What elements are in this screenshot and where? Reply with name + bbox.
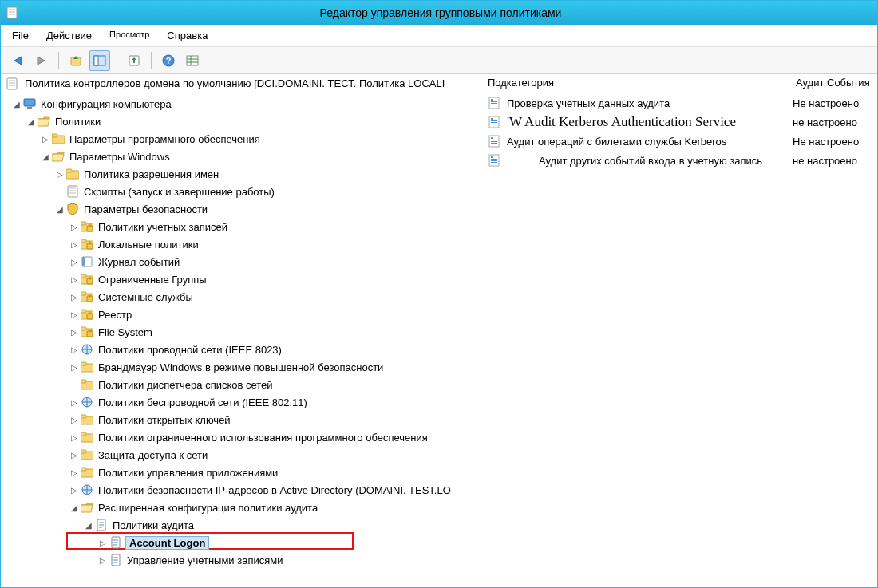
folder-icon: [81, 431, 93, 444]
tree-pane-icon: [93, 54, 106, 67]
list[interactable]: Проверка учетных данных аудита Не настро…: [481, 93, 877, 587]
tree-item[interactable]: ◢Параметры Windows: [1, 148, 481, 165]
app-window: Редактор управления групповыми политикам…: [0, 0, 878, 588]
menu-file[interactable]: File: [9, 28, 32, 43]
tree-header-label: Политика контроллеров домена по умолчани…: [25, 77, 445, 89]
list-row[interactable]: Проверка учетных данных аудита Не настро…: [481, 93, 877, 112]
tree-item[interactable]: ▷Политики учетных записей: [1, 218, 481, 235]
expand-icon[interactable]: ▷: [69, 275, 79, 284]
menu-view[interactable]: Просмотр: [106, 28, 152, 43]
expand-icon[interactable]: ▷: [55, 170, 65, 179]
expand-icon[interactable]: ▷: [69, 293, 79, 302]
list-row[interactable]: 'W Audit Kerberos Authentication Service…: [481, 112, 877, 132]
export-button[interactable]: [124, 50, 144, 71]
tree-item[interactable]: ▷Журнал событий: [1, 253, 481, 270]
book-icon: [81, 255, 93, 268]
expand-icon[interactable]: ▷: [69, 416, 79, 424]
doc-icon: [95, 519, 108, 531]
expand-icon[interactable]: ▷: [69, 345, 79, 354]
tree-item[interactable]: ▷Защита доступа к сети: [1, 446, 481, 464]
tree-item[interactable]: ▷Управление учетными записями: [1, 551, 481, 569]
tree-item[interactable]: ▷Политики беспроводной сети (IEEE 802.11…: [1, 393, 481, 411]
menu-help[interactable]: Справка: [164, 28, 211, 43]
tree-item[interactable]: ▷Политики открытых ключей: [1, 411, 481, 428]
collapse-icon[interactable]: ◢: [12, 100, 22, 109]
folder-icon: [52, 132, 65, 145]
tree-item-advaudit[interactable]: ◢Расширенная конфигурация политики аудит…: [1, 499, 481, 516]
tree-item[interactable]: ▷Реестр: [1, 306, 481, 323]
tree[interactable]: ◢Конфигурация компьютера ◢Политики ▷Пара…: [1, 93, 481, 587]
col-subcategory[interactable]: Подкатегория: [481, 74, 789, 93]
help-button[interactable]: [158, 50, 179, 71]
scroll-icon: [6, 77, 18, 90]
collapse-icon[interactable]: ◢: [41, 152, 50, 161]
up-button[interactable]: [65, 50, 86, 71]
expand-icon[interactable]: ▷: [69, 398, 79, 407]
list-icon: [186, 54, 199, 67]
show-tree-button[interactable]: [89, 50, 110, 71]
collapse-icon[interactable]: ◢: [26, 117, 36, 126]
expand-icon[interactable]: ▷: [69, 310, 79, 319]
tree-item-account-logon[interactable]: ▷Account Logon: [1, 534, 481, 551]
page-icon: [488, 116, 500, 128]
expand-icon[interactable]: ▷: [69, 433, 79, 442]
tree-header[interactable]: Политика контроллеров домена по умолчани…: [1, 74, 481, 93]
help-icon: [162, 54, 175, 67]
expand-icon[interactable]: ▷: [69, 223, 79, 231]
expand-icon[interactable]: ▷: [69, 468, 79, 477]
tree-item[interactable]: ▷Политики управления приложениями: [1, 464, 481, 481]
tree-item[interactable]: ▷Системные службы: [1, 288, 481, 306]
nav-back-button[interactable]: [7, 50, 28, 71]
expand-icon[interactable]: ▷: [69, 363, 79, 372]
expand-icon[interactable]: ▷: [98, 539, 108, 547]
list-pane: Подкатегория Аудит События Проверка учет…: [481, 74, 877, 587]
tree-item[interactable]: ◢Конфигурация компьютера: [1, 95, 481, 112]
menu-action[interactable]: Действие: [43, 28, 95, 43]
tree-item[interactable]: ▷File System: [1, 323, 481, 341]
tree-item[interactable]: ▷Политики безопасности IP-адресов в Acti…: [1, 481, 481, 499]
expand-icon[interactable]: ▷: [98, 556, 108, 565]
window-title: Редактор управления групповыми политикам…: [25, 6, 872, 19]
list-row[interactable]: Аудит других событий входа в учетную зап…: [481, 151, 877, 170]
tree-pane: Политика контроллеров домена по умолчани…: [1, 74, 481, 587]
folder-icon: [81, 378, 93, 391]
folder-icon: [81, 361, 93, 373]
folder-icon: [66, 168, 79, 180]
expand-icon[interactable]: ▷: [69, 258, 79, 266]
list-button[interactable]: [182, 50, 203, 71]
net-icon: [81, 343, 93, 356]
expand-icon[interactable]: ▷: [69, 328, 79, 337]
folder-open-icon: [81, 501, 93, 514]
column-headers: Подкатегория Аудит События: [481, 74, 877, 93]
expand-icon[interactable]: ▷: [41, 135, 50, 144]
nav-fwd-button[interactable]: [31, 50, 52, 71]
tree-item[interactable]: ▷Локальные политики: [1, 235, 481, 253]
toolbar-sep: [58, 52, 59, 69]
tree-item[interactable]: ▷Брандмауэр Windows в режиме повышенной …: [1, 358, 481, 376]
tree-item[interactable]: Скрипты (запуск и завершение работы): [1, 183, 481, 200]
expand-icon[interactable]: ▷: [69, 486, 79, 495]
col-audit[interactable]: Аудит События: [789, 74, 877, 93]
collapse-icon[interactable]: ◢: [55, 205, 65, 214]
doc-icon: [109, 554, 122, 566]
collapse-icon[interactable]: ◢: [69, 503, 79, 512]
tree-item[interactable]: ▷Политика разрешения имен: [1, 165, 481, 183]
collapse-icon[interactable]: ◢: [84, 521, 93, 530]
tree-item[interactable]: ▷Ограниченные Группы: [1, 270, 481, 288]
tree-item[interactable]: ▷Политики ограниченного использования пр…: [1, 428, 481, 446]
scroll-icon: [66, 185, 79, 198]
expand-icon[interactable]: ▷: [69, 240, 79, 249]
tree-item[interactable]: ◢Политики аудита: [1, 516, 481, 534]
tree-item[interactable]: ▷Параметры программного обеспечения: [1, 130, 481, 148]
folder-icon: [81, 448, 93, 461]
folder-open-icon: [52, 150, 65, 163]
tree-item[interactable]: Политики диспетчера списков сетей: [1, 376, 481, 393]
tree-item[interactable]: ▷Политики проводной сети (IEEE 8023): [1, 341, 481, 358]
list-row[interactable]: Аудит операций с билетами службы Kerbero…: [481, 132, 877, 151]
net-icon: [81, 483, 93, 496]
folder-lock-icon: [81, 308, 93, 321]
svg-rect-22: [94, 56, 98, 65]
tree-item[interactable]: ◢Параметры безопасности: [1, 200, 481, 218]
expand-icon[interactable]: ▷: [69, 451, 79, 460]
tree-item[interactable]: ◢Политики: [1, 112, 481, 130]
